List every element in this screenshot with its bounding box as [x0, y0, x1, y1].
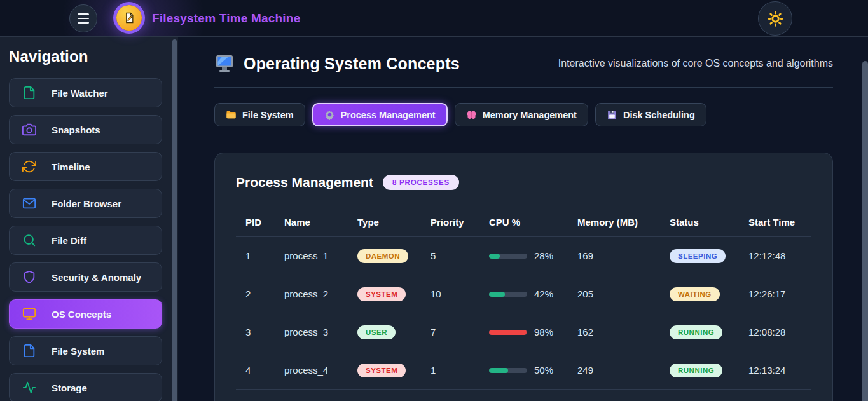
- cpu-progress-bar: [489, 254, 527, 259]
- cpu-percent-label: 28%: [534, 250, 553, 261]
- cell-cpu: 50%: [489, 365, 577, 376]
- sidebar-item-os-concepts[interactable]: OS Concepts: [9, 299, 162, 329]
- process-table: PID Name Type Priority CPU % Memory (MB)…: [236, 208, 811, 390]
- sidebar-heading: Navigation: [9, 48, 178, 65]
- sidebar-item-label: Security & Anomaly: [52, 272, 141, 283]
- cell-memory: 169: [577, 250, 670, 261]
- sidebar-item-label: Snapshots: [52, 125, 100, 135]
- camera-icon: [22, 123, 36, 137]
- cell-start-time: 12:26:17: [748, 289, 811, 299]
- sidebar-item-security-anomaly[interactable]: Security & Anomaly: [9, 262, 162, 292]
- sidebar-item-label: File System: [52, 346, 104, 357]
- cell-cpu: 28%: [489, 250, 577, 261]
- hamburger-menu-button[interactable]: [69, 4, 97, 32]
- app-header: Filesystem Time Machine: [0, 0, 868, 37]
- status-badge: RUNNING: [670, 325, 722, 339]
- divider: [214, 137, 833, 137]
- theme-toggle-button[interactable]: [758, 1, 792, 36]
- activity-icon: [22, 381, 36, 395]
- sidebar-item-folder-browser[interactable]: Folder Browser: [9, 189, 162, 218]
- cell-priority: 10: [431, 289, 489, 299]
- table-row[interactable]: 4 process_4 SYSTEM 1 50% 249 RUNNING 12:…: [236, 351, 811, 390]
- app-title: Filesystem Time Machine: [152, 11, 300, 25]
- tab-bar: File System Process Management Memory Ma…: [214, 103, 706, 126]
- sidebar-item-file-system[interactable]: File System: [9, 336, 162, 365]
- file-icon: [22, 344, 36, 358]
- cell-priority: 5: [431, 250, 489, 261]
- tab-label: Memory Management: [483, 110, 577, 120]
- status-badge: SLEEPING: [670, 249, 726, 263]
- file-icon: [22, 86, 36, 100]
- sidebar-item-label: File Diff: [52, 235, 86, 246]
- gear-icon: [324, 109, 335, 120]
- type-badge: USER: [357, 325, 396, 339]
- cpu-progress-bar: [489, 368, 527, 373]
- cpu-percent-label: 98%: [534, 327, 553, 337]
- main-content: Operating System Concepts Interactive vi…: [178, 37, 868, 401]
- refresh-icon: [22, 160, 36, 173]
- type-badge: SYSTEM: [357, 364, 406, 377]
- sidebar-item-timeline[interactable]: Timeline: [9, 152, 162, 181]
- search-icon: [22, 233, 36, 247]
- column-header-type: Type: [357, 217, 431, 228]
- table-row[interactable]: 1 process_1 DAEMON 5 28% 169 SLEEPING 12…: [236, 237, 811, 275]
- status-badge: WAITING: [670, 287, 720, 301]
- cell-name: process_3: [284, 327, 357, 337]
- type-badge: SYSTEM: [357, 287, 406, 301]
- process-count-badge: 8 PROCESSES: [383, 175, 459, 190]
- sidebar-item-label: Storage: [52, 383, 87, 393]
- column-header-name: Name: [284, 217, 357, 228]
- sidebar: Navigation File Watcher Snapshots Timeli…: [0, 37, 178, 401]
- tab-file-system[interactable]: File System: [214, 103, 305, 126]
- cell-memory: 162: [577, 327, 670, 337]
- tab-process-management[interactable]: Process Management: [312, 103, 448, 126]
- cell-memory: 249: [577, 365, 670, 376]
- column-header-priority: Priority: [431, 217, 489, 228]
- shield-icon: [22, 270, 36, 284]
- sidebar-item-snapshots[interactable]: Snapshots: [9, 115, 162, 144]
- cpu-percent-label: 50%: [534, 365, 553, 376]
- sidebar-item-label: File Watcher: [52, 88, 108, 99]
- table-row[interactable]: 2 process_2 SYSTEM 10 42% 205 WAITING 12…: [236, 275, 811, 313]
- tab-disk-scheduling[interactable]: Disk Scheduling: [595, 103, 706, 126]
- cell-start-time: 12:08:28: [748, 327, 811, 337]
- cell-name: process_4: [284, 365, 357, 376]
- sidebar-item-label: OS Concepts: [52, 309, 111, 320]
- column-header-start-time: Start Time: [748, 217, 811, 228]
- mail-icon: [22, 196, 36, 210]
- sidebar-item-label: Folder Browser: [52, 198, 121, 209]
- page-scrollbar[interactable]: [862, 61, 868, 401]
- table-row[interactable]: 3 process_3 USER 7 98% 162 RUNNING 12:08…: [236, 313, 811, 351]
- sidebar-scrollbar[interactable]: [172, 39, 177, 401]
- cpu-percent-label: 42%: [534, 289, 553, 299]
- cell-priority: 1: [431, 365, 489, 376]
- sidebar-item-label: Timeline: [52, 161, 90, 172]
- tab-label: Process Management: [341, 110, 436, 120]
- page-subtitle: Interactive visualizations of core OS co…: [558, 58, 833, 69]
- cell-cpu: 98%: [489, 327, 577, 337]
- cell-cpu: 42%: [489, 289, 577, 299]
- column-header-memory: Memory (MB): [577, 217, 670, 228]
- status-badge: RUNNING: [670, 364, 722, 377]
- desktop-computer-icon: [214, 54, 235, 73]
- app-logo: [116, 5, 142, 31]
- sidebar-item-file-diff[interactable]: File Diff: [9, 226, 162, 255]
- tab-label: Disk Scheduling: [623, 110, 695, 120]
- cell-start-time: 12:13:24: [748, 365, 811, 376]
- sidebar-item-file-watcher[interactable]: File Watcher: [9, 78, 162, 107]
- tab-memory-management[interactable]: Memory Management: [455, 103, 588, 126]
- column-header-status: Status: [670, 217, 748, 228]
- document-pencil-icon: [123, 11, 135, 24]
- tab-label: File System: [242, 110, 294, 120]
- folder-icon: [226, 109, 237, 120]
- cell-start-time: 12:12:48: [748, 250, 811, 261]
- type-badge: DAEMON: [357, 249, 408, 263]
- process-management-panel: Process Management 8 PROCESSES PID Name …: [214, 153, 833, 401]
- cell-pid: 1: [245, 250, 284, 261]
- column-header-cpu: CPU %: [489, 217, 577, 228]
- sidebar-item-storage[interactable]: Storage: [9, 373, 162, 401]
- cell-name: process_2: [284, 289, 357, 299]
- cpu-progress-bar: [489, 292, 527, 297]
- cell-name: process_1: [284, 250, 357, 261]
- cell-memory: 205: [577, 289, 670, 299]
